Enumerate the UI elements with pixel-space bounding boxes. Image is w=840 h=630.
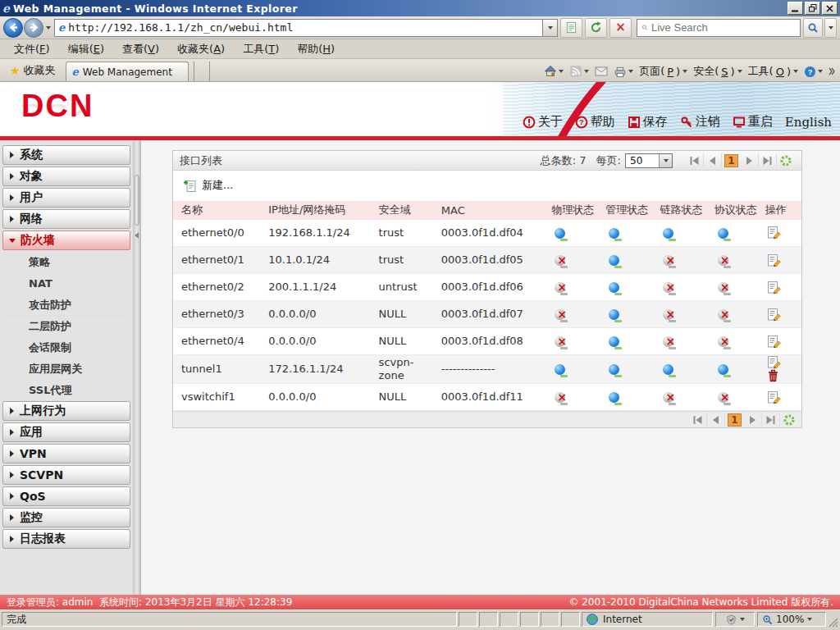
chevron-more-icon[interactable] <box>829 67 835 75</box>
address-field[interactable]: e <box>54 19 543 37</box>
sidebar-item-application[interactable]: 应用 <box>2 422 130 442</box>
menu-edit[interactable]: 编辑(E) <box>59 40 113 58</box>
forward-button[interactable] <box>24 18 43 38</box>
nav-history-dropdown[interactable] <box>46 26 51 30</box>
read-mail-button[interactable] <box>595 66 608 77</box>
url-input[interactable] <box>68 21 539 34</box>
splitter-collapse-icon[interactable] <box>135 232 139 239</box>
menu-view[interactable]: 查看(V) <box>113 40 168 58</box>
search-options-dropdown[interactable] <box>824 18 837 38</box>
close-button[interactable] <box>822 2 838 15</box>
sidebar-item-net-behavior[interactable]: 上网行为 <box>2 401 130 421</box>
minimize-button[interactable] <box>788 2 803 15</box>
delete-button[interactable] <box>767 369 782 383</box>
search-box[interactable] <box>637 19 801 37</box>
sidebar-item-user[interactable]: 用户 <box>2 188 130 208</box>
about-icon <box>523 116 536 129</box>
menu-favorites[interactable]: 收藏夹(A) <box>168 40 234 58</box>
feeds-button[interactable] <box>569 65 589 78</box>
ip-netmask: 10.1.0.1/24 <box>260 247 370 274</box>
stop-button[interactable]: × <box>609 18 632 38</box>
sidebar-subitem-nat[interactable]: NAT <box>2 273 130 294</box>
sidebar-subitem-l2-protection[interactable]: 二层防护 <box>2 316 130 337</box>
sidebar-item-network[interactable]: 网络 <box>2 209 130 229</box>
protocol-status-up-icon <box>718 228 728 239</box>
help-button[interactable]: ?帮助 <box>575 114 615 130</box>
sidebar-subitem-alg[interactable]: 应用层网关 <box>2 358 130 380</box>
search-input[interactable] <box>651 21 796 34</box>
edit-button[interactable] <box>767 253 782 267</box>
edit-button[interactable] <box>767 390 782 404</box>
edit-button[interactable] <box>767 335 782 349</box>
link-status-up-icon <box>663 364 673 375</box>
edit-button[interactable] <box>767 281 782 294</box>
next-page-button[interactable] <box>741 153 759 167</box>
english-button[interactable]: English <box>785 115 832 130</box>
splitter-handle[interactable] <box>135 175 139 226</box>
home-icon <box>544 65 557 78</box>
sidebar-subitem-attack-defense[interactable]: 攻击防护 <box>2 294 130 316</box>
status-panel <box>459 612 477 627</box>
sidebar-subitem-session-limit[interactable]: 会话限制 <box>2 337 130 358</box>
save-button[interactable]: 保存 <box>628 114 668 130</box>
restore-button[interactable] <box>805 2 820 15</box>
edit-button[interactable] <box>767 308 782 322</box>
compatibility-view-button[interactable] <box>560 18 582 38</box>
print-button[interactable] <box>614 66 633 78</box>
content-area: 接口列表 总条数: 7 每页: 50 1 新建... <box>141 140 840 595</box>
edit-button[interactable] <box>767 226 782 240</box>
logout-button[interactable]: 注销 <box>680 114 720 130</box>
select-dropdown-icon[interactable] <box>659 154 672 167</box>
sidebar-subitem-policy[interactable]: 策略 <box>2 252 130 273</box>
prev-page-button[interactable] <box>707 413 725 427</box>
refresh-button[interactable] <box>777 153 795 167</box>
menu-tools[interactable]: 工具(T) <box>234 40 288 58</box>
menu-file[interactable]: 文件(F) <box>5 40 59 58</box>
search-go-button[interactable] <box>803 18 823 38</box>
last-page-button[interactable] <box>762 413 780 427</box>
per-page-select[interactable]: 50 <box>625 153 673 168</box>
sidebar-item-log-report[interactable]: 日志报表 <box>2 529 130 549</box>
first-page-button[interactable] <box>689 413 707 427</box>
reboot-button[interactable]: 重启 <box>733 114 773 130</box>
help-menu-button[interactable]: ? <box>804 66 823 78</box>
sidebar-item-system[interactable]: 系统 <box>2 145 130 165</box>
tools-menu-button[interactable]: 工具(O) <box>748 64 798 79</box>
next-page-button[interactable] <box>744 413 762 427</box>
first-page-button[interactable] <box>686 153 704 167</box>
sidebar-item-vpn[interactable]: VPN <box>2 444 130 463</box>
resize-grip[interactable] <box>826 611 838 628</box>
favorites-button[interactable]: ★ 收藏夹 <box>3 60 62 81</box>
admin-status-up-icon <box>609 282 619 293</box>
status-panel <box>541 612 559 627</box>
sidebar-subitem-ssl-proxy[interactable]: SSL代理 <box>2 380 130 401</box>
home-button[interactable] <box>544 65 564 78</box>
sidebar-item-scvpn[interactable]: SCVPN <box>2 465 130 485</box>
table-row: ethernet0/0192.168.1.1/24trust0003.0f1d.… <box>173 220 801 247</box>
page-menu-button[interactable]: 页面(P) <box>639 64 687 79</box>
about-button[interactable]: 关于 <box>523 114 563 130</box>
back-button[interactable] <box>3 18 23 38</box>
per-page-label: 每页: <box>596 153 621 168</box>
sidebar-item-monitor[interactable]: 监控 <box>2 508 130 527</box>
refresh-page-button[interactable] <box>585 18 607 38</box>
protected-mode-button[interactable] <box>715 612 755 627</box>
admin-status-up-icon <box>609 228 619 239</box>
sidebar-splitter[interactable] <box>134 140 141 595</box>
address-dropdown-button[interactable] <box>543 19 558 37</box>
protocol-status-down-icon <box>718 392 728 403</box>
prev-page-button[interactable] <box>704 153 722 167</box>
sidebar-item-object[interactable]: 对象 <box>2 167 130 186</box>
ip-netmask: 0.0.0.0/0 <box>260 384 370 411</box>
interface-name: ethernet0/4 <box>173 328 260 355</box>
sidebar-item-qos[interactable]: QoS <box>2 486 130 506</box>
edit-button[interactable] <box>767 355 782 369</box>
last-page-button[interactable] <box>759 153 777 167</box>
zoom-button[interactable]: 100% <box>757 612 826 627</box>
sidebar-item-firewall[interactable]: 防火墙 <box>2 231 130 250</box>
menu-help[interactable]: 帮助(H) <box>288 40 344 58</box>
tab-web-management[interactable]: e Web Management <box>66 62 189 81</box>
new-button[interactable]: 新建... <box>183 178 233 193</box>
refresh-button[interactable] <box>780 413 798 427</box>
safety-menu-button[interactable]: 安全(S) <box>693 64 742 79</box>
